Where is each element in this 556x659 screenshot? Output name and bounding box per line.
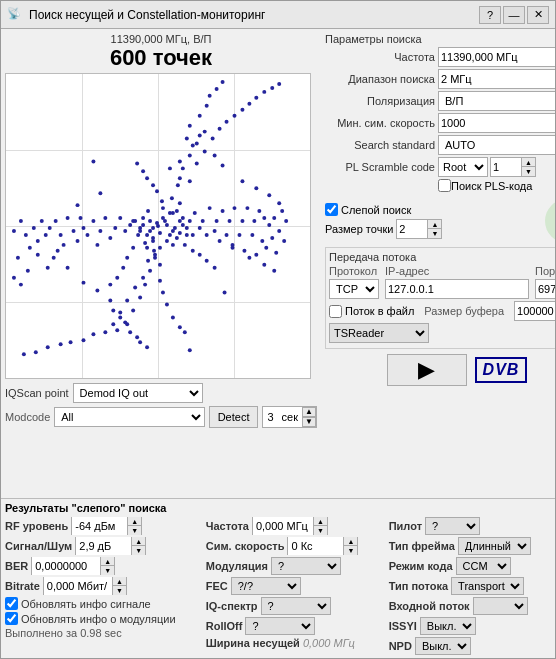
ber-val-wrap: 0,0000000 ▲ ▼: [31, 557, 115, 575]
freq-res-down[interactable]: ▼: [313, 526, 327, 535]
port-input[interactable]: [535, 279, 555, 299]
sec-down-arrow[interactable]: ▼: [302, 417, 316, 427]
svg-point-46: [208, 206, 212, 210]
svg-point-78: [205, 259, 209, 263]
polar-select[interactable]: В/П: [438, 91, 555, 111]
svg-point-179: [205, 104, 209, 108]
freq-param-input[interactable]: [439, 51, 555, 63]
svg-point-159: [95, 289, 99, 293]
svg-point-80: [237, 233, 241, 237]
ber-up[interactable]: ▲: [100, 557, 114, 566]
svg-point-206: [181, 223, 185, 227]
mod-select[interactable]: ?: [271, 557, 341, 575]
svg-point-32: [158, 263, 162, 267]
svg-point-51: [151, 183, 155, 187]
send-stream-button[interactable]: ▶: [387, 354, 467, 386]
frame-type-select[interactable]: Длинный: [458, 537, 531, 555]
ts-select[interactable]: TSReader: [329, 323, 429, 343]
protocol-select[interactable]: TCP: [329, 279, 379, 299]
svg-point-181: [267, 193, 271, 197]
svg-point-116: [233, 114, 237, 118]
svg-point-84: [131, 308, 135, 312]
svg-point-192: [155, 221, 159, 225]
npd-select[interactable]: Выкл.: [415, 637, 471, 655]
sym-res-row: Сим. скорость 0 Кс ▲ ▼: [206, 537, 379, 555]
ber-down[interactable]: ▼: [100, 566, 114, 575]
results-col2: Частота 0,000 МГц ▲ ▼ Сим. скорость 0 Кс: [206, 517, 379, 655]
svg-point-98: [252, 219, 256, 223]
results-section: Результаты "слепого" поиска RF уровень -…: [1, 498, 555, 658]
snr-up[interactable]: ▲: [131, 537, 145, 546]
issyi-select[interactable]: Выкл.: [420, 617, 476, 635]
min-sym-input[interactable]: [439, 117, 555, 129]
update-mod-checkbox[interactable]: [5, 612, 18, 625]
pls-check-input[interactable]: [438, 179, 451, 192]
npd-row: NPD Выкл.: [389, 637, 551, 655]
range-param-input[interactable]: [439, 73, 555, 85]
freq-res-spinner: ▲ ▼: [313, 517, 327, 535]
dot-size-up[interactable]: ▲: [427, 220, 441, 229]
bitrate-down[interactable]: ▼: [112, 586, 126, 595]
pls-num-up[interactable]: ▲: [521, 158, 535, 167]
rolloff-select[interactable]: ?: [245, 617, 315, 635]
sym-res-down[interactable]: ▼: [343, 546, 357, 555]
svg-point-156: [223, 291, 227, 295]
rolloff-row: RollOff ?: [206, 617, 379, 635]
close-button[interactable]: ✕: [527, 6, 549, 24]
pls-label: PL Scramble code: [325, 161, 435, 173]
pls-num-input[interactable]: [491, 161, 521, 173]
stream-values-row: TCP: [329, 279, 555, 299]
detect-button[interactable]: Detect: [209, 406, 259, 428]
dot-size-input[interactable]: [397, 223, 427, 235]
svg-point-165: [240, 179, 244, 183]
ts-row: TSReader: [329, 323, 555, 343]
rf-up[interactable]: ▲: [127, 517, 141, 526]
search-std-select[interactable]: AUTO: [438, 135, 555, 155]
sym-res-up[interactable]: ▲: [343, 537, 357, 546]
pls-type-select[interactable]: Root: [438, 157, 488, 177]
dot-size-down[interactable]: ▼: [427, 229, 441, 238]
svg-point-2: [148, 229, 152, 233]
freq-display: 11390,000 МГц, В/П 600 точек: [5, 33, 317, 71]
svg-point-38: [201, 219, 205, 223]
svg-point-157: [91, 159, 95, 163]
input-stream-select[interactable]: [473, 597, 528, 615]
svg-point-151: [22, 352, 26, 356]
svg-point-158: [221, 163, 225, 167]
elapsed-label: Выполнено за 0.98 sec: [5, 627, 122, 639]
bitrate-up[interactable]: ▲: [112, 577, 126, 586]
pilot-select[interactable]: ?: [425, 517, 480, 535]
code-mode-select[interactable]: CCM: [456, 557, 511, 575]
rf-down[interactable]: ▼: [127, 526, 141, 535]
svg-point-66: [145, 176, 149, 180]
buf-input[interactable]: [514, 301, 555, 321]
pls-num-down[interactable]: ▼: [521, 167, 535, 176]
freq-small-label: 11390,000 МГц, В/П: [5, 33, 317, 45]
modcode-select[interactable]: All: [54, 407, 204, 427]
svg-point-127: [82, 338, 86, 342]
svg-point-209: [131, 219, 135, 223]
svg-point-70: [188, 153, 192, 157]
sec-up-arrow[interactable]: ▲: [302, 407, 316, 417]
blind-search-checkbox[interactable]: [325, 203, 338, 216]
ip-input[interactable]: [385, 279, 529, 299]
freq-res-label: Частота: [206, 520, 249, 532]
svg-point-44: [188, 179, 192, 183]
iq-spectrum-select[interactable]: ?: [261, 597, 331, 615]
to-file-checkbox[interactable]: [329, 305, 342, 318]
frame-type-row: Тип фрейма Длинный: [389, 537, 551, 555]
freq-param-row: Частота ▲ ▼: [325, 47, 555, 67]
freq-res-up[interactable]: ▲: [313, 517, 327, 526]
stream-type-select[interactable]: Transport: [451, 577, 524, 595]
svg-point-168: [56, 249, 60, 253]
iq-scan-select[interactable]: Demod IQ out: [73, 383, 203, 403]
snr-down[interactable]: ▼: [131, 546, 145, 555]
help-button[interactable]: ?: [479, 6, 501, 24]
update-signal-checkbox[interactable]: [5, 597, 18, 610]
blind-row: Слепой поиск Размер точки ▲ ▼: [325, 203, 537, 239]
svg-point-58: [133, 286, 137, 290]
window-controls: ? — ✕: [479, 6, 549, 24]
fec-select[interactable]: ?/?: [231, 577, 301, 595]
iq-spectrum-row: IQ-спектр ?: [206, 597, 379, 615]
minimize-button[interactable]: —: [503, 6, 525, 24]
